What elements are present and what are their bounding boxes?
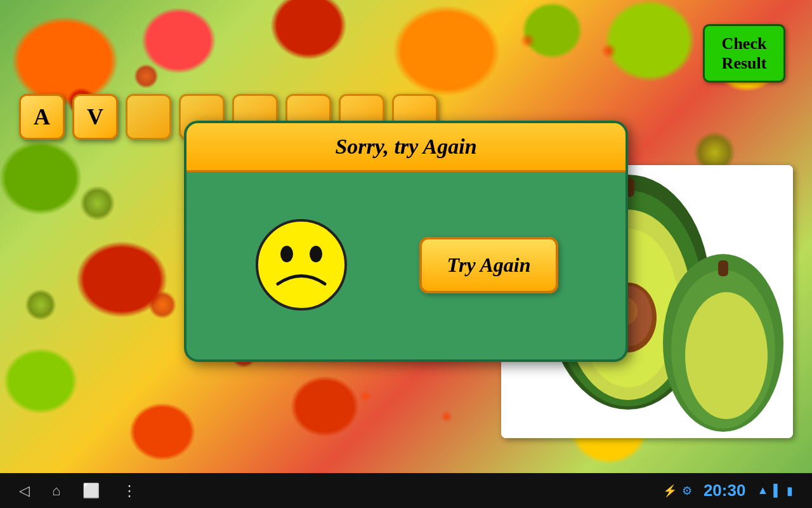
nav-icons-left: ◁ ⌂ ⬜ ⋮ [19, 482, 138, 500]
sad-face-icon [254, 217, 349, 312]
back-button[interactable]: ◁ [19, 483, 30, 499]
home-button[interactable]: ⌂ [52, 483, 60, 499]
try-again-label: Try Again [447, 253, 531, 276]
result-modal: Sorry, try Again Try Again [184, 121, 628, 362]
letter-tile-3[interactable] [126, 94, 171, 140]
wifi-icon: ▲ [757, 484, 768, 497]
svg-point-11 [685, 292, 768, 419]
modal-title: Sorry, try Again [335, 135, 476, 158]
status-icons: ⚡ ⚙ [663, 484, 692, 498]
usb-icon: ⚡ [663, 484, 677, 498]
modal-body: Try Again [187, 172, 625, 358]
battery-icon: ▮ [787, 484, 793, 498]
svg-point-15 [310, 246, 322, 262]
svg-rect-12 [718, 260, 728, 276]
signal-icon: ▌ [773, 484, 782, 497]
menu-button[interactable]: ⋮ [122, 482, 138, 500]
time-display: 20:30 [704, 481, 746, 500]
navigation-bar: ◁ ⌂ ⬜ ⋮ ⚡ ⚙ 20:30 ▲ ▌ ▮ [0, 473, 812, 508]
check-result-line2: Result [716, 53, 772, 73]
check-result-line1: Check [716, 34, 772, 53]
check-result-button[interactable]: Check Result [703, 24, 785, 83]
modal-header: Sorry, try Again [187, 123, 625, 172]
letter-tile-a[interactable]: A [19, 94, 65, 140]
game-area: Check Result A V [0, 0, 812, 473]
try-again-button[interactable]: Try Again [419, 237, 559, 293]
letter-tile-v[interactable]: V [72, 94, 118, 140]
svg-point-14 [280, 246, 293, 262]
network-status-icons: ▲ ▌ ▮ [757, 484, 793, 498]
svg-point-13 [257, 220, 346, 309]
nav-icons-right: ⚡ ⚙ 20:30 ▲ ▌ ▮ [663, 481, 793, 500]
settings-status-icon: ⚙ [682, 484, 692, 498]
recents-button[interactable]: ⬜ [82, 483, 100, 499]
